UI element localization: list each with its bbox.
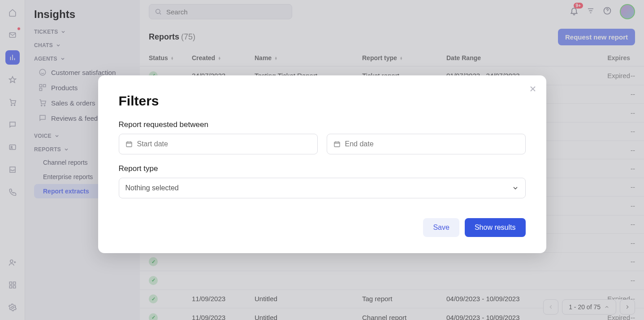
save-button[interactable]: Save — [423, 218, 459, 237]
chevron-down-icon — [512, 184, 519, 192]
modal-overlay[interactable]: Filters Report requested between Report … — [0, 0, 644, 320]
label-report-requested-between: Report requested between — [119, 120, 526, 129]
modal-title: Filters — [119, 93, 526, 109]
report-type-select[interactable]: Nothing selected — [119, 178, 526, 198]
label-report-type: Report type — [119, 164, 526, 173]
calendar-icon — [125, 140, 133, 148]
select-value: Nothing selected — [125, 184, 179, 192]
svg-rect-20 — [334, 142, 340, 147]
show-results-button[interactable]: Show results — [465, 218, 526, 237]
filters-modal: Filters Report requested between Report … — [98, 75, 546, 253]
end-date-input[interactable] — [345, 140, 519, 148]
close-button[interactable] — [528, 84, 537, 95]
start-date-input[interactable] — [137, 140, 311, 148]
end-date-field[interactable] — [327, 134, 526, 154]
start-date-field[interactable] — [119, 134, 318, 154]
close-icon — [528, 84, 537, 93]
calendar-icon — [333, 140, 341, 148]
svg-rect-19 — [126, 142, 132, 147]
